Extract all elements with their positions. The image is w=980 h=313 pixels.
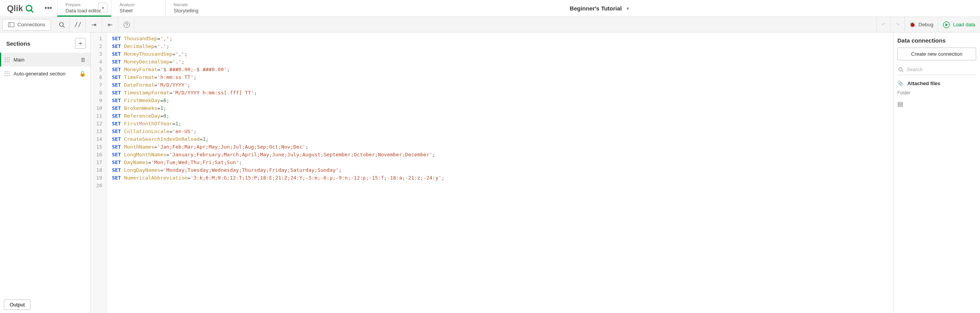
panel-icon (8, 22, 14, 27)
line-number: 8 (96, 89, 102, 97)
section-label: Main (14, 57, 24, 63)
more-icon: ••• (45, 4, 52, 12)
line-number: 9 (96, 97, 102, 104)
code-line[interactable]: SET TimeFormat='h:mm:ss TT'; (112, 74, 445, 81)
tab-super: Analyze (119, 2, 158, 7)
logo-text: Qlik (7, 3, 23, 14)
redo-button[interactable]: ↷ (890, 17, 904, 32)
code-line[interactable]: SET MonthNames='Jan;Feb;Mar;Apr;May;Jun;… (112, 143, 445, 151)
undo-button[interactable]: ↶ (876, 17, 890, 32)
line-number: 12 (96, 120, 102, 128)
svg-marker-7 (946, 23, 948, 26)
line-number: 17 (96, 159, 102, 166)
attached-files-header[interactable]: 📎 Attached files (897, 80, 976, 86)
line-number: 14 (96, 135, 102, 143)
svg-line-5 (63, 26, 65, 27)
outdent-button[interactable]: ⇤ (103, 17, 118, 32)
code-line[interactable]: SET FirstWeekDay=6; (112, 97, 445, 104)
create-connection-button[interactable]: Create new connection (897, 48, 976, 60)
line-number: 2 (96, 43, 102, 50)
play-icon (943, 21, 950, 28)
section-item[interactable]: Auto-generated section🔒 (0, 67, 90, 80)
code-line[interactable]: SET NumericalAbbreviation='3:k;6:M;9:G;1… (112, 174, 445, 182)
indent-icon: ⇥ (92, 21, 97, 28)
help-button[interactable]: ? (119, 17, 134, 32)
line-number: 10 (96, 104, 102, 112)
code-line[interactable]: SET MoneyDecimalSep='.'; (112, 58, 445, 66)
load-data-label: Load data (953, 22, 975, 27)
locked-indicator: 🔒 (79, 70, 86, 77)
data-connections-title: Data connections (897, 37, 976, 44)
code-line[interactable] (112, 182, 445, 190)
more-menu-button[interactable]: ••• (39, 0, 58, 17)
app-name-label: Beginner's Tutorial (570, 5, 622, 12)
nav-tab-data-load-editor[interactable]: PrepareData load editor▾ (57, 0, 111, 17)
trash-icon: 🗑 (80, 56, 86, 63)
code-line[interactable]: SET ReferenceDay=0; (112, 112, 445, 120)
logo-q-icon (25, 4, 34, 13)
code-line[interactable]: SET MoneyThousandSep=','; (112, 50, 445, 58)
tab-label: Storytelling (173, 7, 212, 14)
line-number: 7 (96, 81, 102, 89)
data-table-icon: ▤ (897, 101, 903, 107)
main-area: Sections ＋ Main🗑Auto-generated section🔒 … (0, 32, 980, 313)
section-item[interactable]: Main🗑 (0, 53, 90, 67)
delete-section-button[interactable]: 🗑 (80, 56, 86, 63)
select-data-button[interactable]: ▤ (897, 100, 976, 108)
nav-tab-storytelling[interactable]: NarrateStorytelling (165, 0, 219, 17)
section-label: Auto-generated section (14, 71, 65, 77)
app-name-dropdown[interactable]: Beginner's Tutorial ▼ (219, 0, 980, 17)
comment-toggle-button[interactable]: // (70, 17, 86, 32)
code-line[interactable]: SET DateFormat='M/D/YYYY'; (112, 81, 445, 89)
line-number: 5 (96, 66, 102, 74)
attached-files-label: Attached files (907, 80, 940, 86)
load-data-button[interactable]: Load data (938, 17, 980, 32)
tab-dropdown-button[interactable]: ▾ (98, 3, 107, 13)
add-section-button[interactable]: ＋ (75, 38, 86, 49)
connections-button[interactable]: Connections (2, 19, 51, 31)
search-icon (898, 67, 904, 72)
code-line[interactable]: SET LongDayNames='Monday;Tuesday;Wednesd… (112, 166, 445, 174)
script-content[interactable]: SET ThousandSep=',';SET DecimalSep='.';S… (107, 32, 450, 313)
code-line[interactable]: SET ThousandSep=','; (112, 35, 445, 43)
code-line[interactable]: SET FirstMonthOfYear=1; (112, 120, 445, 128)
debug-button[interactable]: 🐞 Debug (904, 17, 938, 32)
code-line[interactable]: SET DecimalSep='.'; (112, 43, 445, 50)
line-number: 18 (96, 166, 102, 174)
output-button[interactable]: Output (4, 299, 31, 310)
search-button[interactable] (54, 17, 70, 32)
tab-label: Sheet (119, 7, 158, 14)
script-editor[interactable]: 1234567891011121314151617181920 SET Thou… (91, 32, 893, 313)
nav-tab-sheet[interactable]: AnalyzeSheet (111, 0, 165, 17)
code-line[interactable]: SET BrokenWeeks=1; (112, 104, 445, 112)
connections-label: Connections (17, 22, 45, 27)
code-line[interactable]: SET LongMonthNames='January;February;Mar… (112, 151, 445, 159)
line-number-gutter: 1234567891011121314151617181920 (91, 32, 107, 313)
debug-label: Debug (919, 22, 933, 27)
code-line[interactable]: SET DayNames='Mon;Tue;Wed;Thu;Fri;Sat;Su… (112, 159, 445, 166)
chevron-down-icon: ▼ (626, 6, 630, 11)
line-number: 20 (96, 182, 102, 190)
lock-icon: 🔒 (79, 70, 86, 77)
svg-line-9 (902, 70, 904, 72)
code-line[interactable]: SET MoneyFormat='$ ###0.00;-$ ###0.00'; (112, 66, 445, 74)
code-line[interactable]: SET TimestampFormat='M/D/YYYY h:mm:ss[.f… (112, 89, 445, 97)
search-icon (59, 22, 65, 28)
line-number: 3 (96, 50, 102, 58)
connection-search[interactable] (897, 64, 976, 75)
outdent-icon: ⇤ (108, 21, 113, 28)
sections-title: Sections (6, 40, 31, 47)
connection-search-input[interactable] (907, 67, 975, 72)
svg-point-4 (59, 22, 63, 26)
help-icon: ? (124, 22, 130, 28)
drag-handle-icon[interactable] (5, 71, 10, 76)
redo-icon: ↷ (895, 22, 900, 27)
line-number: 15 (96, 143, 102, 151)
indent-button[interactable]: ⇥ (87, 17, 102, 32)
code-line[interactable]: SET CreateSearchIndexOnReload=1; (112, 135, 445, 143)
drag-handle-icon[interactable] (5, 57, 10, 62)
code-line[interactable]: SET CollationLocale='en-US'; (112, 128, 445, 135)
qlik-logo[interactable]: Qlik (0, 0, 39, 17)
line-number: 16 (96, 151, 102, 159)
tab-super: Narrate (173, 2, 212, 7)
